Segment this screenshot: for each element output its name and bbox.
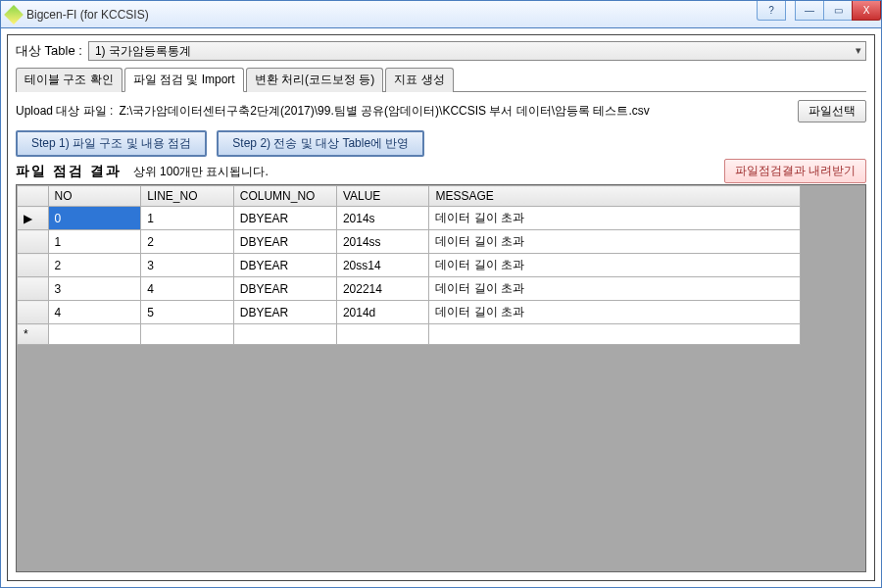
table-row[interactable]: 45DBYEAR2014d데이터 길이 초과	[18, 301, 801, 324]
cell-line[interactable]: 1	[141, 207, 234, 230]
download-button[interactable]: 파일점검결과 내려받기	[724, 159, 866, 183]
cell-col[interactable]: DBYEAR	[233, 277, 336, 301]
window-controls: ? — ▭ X	[758, 1, 881, 21]
cell-empty[interactable]	[48, 324, 141, 345]
tab-bar: 테이블 구조 확인 파일 점검 및 Import 변환 처리(코드보정 등) 지…	[16, 67, 866, 92]
cell-val[interactable]: 2014s	[336, 207, 429, 230]
table-row-new[interactable]: *	[18, 324, 801, 345]
content-area: 대상 Table : 1) 국가암등록통계 테이블 구조 확인 파일 점검 및 …	[7, 34, 875, 581]
cell-no[interactable]: 1	[48, 230, 141, 254]
col-column[interactable]: COLUMN_NO	[233, 186, 336, 207]
cell-val[interactable]: 2014d	[336, 301, 429, 324]
target-table-value: 1) 국가암등록통계	[95, 43, 191, 60]
cell-msg[interactable]: 데이터 길이 초과	[429, 254, 801, 277]
tab-transform[interactable]: 변환 처리(코드보정 등)	[246, 68, 384, 92]
row-header	[18, 277, 49, 301]
row-header	[18, 254, 49, 277]
row-header: ▶	[18, 207, 49, 230]
tab-import[interactable]: 파일 점검 및 Import	[124, 68, 244, 92]
cell-col[interactable]: DBYEAR	[233, 301, 336, 324]
result-grid[interactable]: NO LINE_NO COLUMN_NO VALUE MESSAGE ▶01DB…	[16, 184, 866, 572]
step1-button[interactable]: Step 1) 파일 구조 및 내용 점검	[16, 130, 207, 157]
target-table-row: 대상 Table : 1) 국가암등록통계	[8, 35, 874, 65]
grid-table: NO LINE_NO COLUMN_NO VALUE MESSAGE ▶01DB…	[17, 185, 801, 345]
upload-path: Z:\국가암데이터센터구축2단계(2017)\99.팀별 공유(암데이터)\KC…	[119, 103, 792, 120]
cell-msg[interactable]: 데이터 길이 초과	[429, 230, 801, 254]
cell-empty[interactable]	[336, 324, 429, 345]
col-line[interactable]: LINE_NO	[141, 186, 234, 207]
table-row[interactable]: 23DBYEAR20ss14데이터 길이 초과	[18, 254, 801, 277]
cell-msg[interactable]: 데이터 길이 초과	[429, 207, 801, 230]
result-header: 파일 점검 결과 상위 100개만 표시됩니다. 파일점검결과 내려받기	[8, 163, 874, 184]
cell-line[interactable]: 2	[141, 230, 234, 254]
cell-col[interactable]: DBYEAR	[233, 230, 336, 254]
target-table-label: 대상 Table :	[16, 42, 82, 60]
cell-val[interactable]: 20ss14	[336, 254, 429, 277]
table-row[interactable]: 12DBYEAR2014ss데이터 길이 초과	[18, 230, 801, 254]
cell-line[interactable]: 5	[141, 301, 234, 324]
browse-button[interactable]: 파일선택	[798, 100, 866, 122]
row-header	[18, 230, 49, 254]
upload-row: Upload 대상 파일 : Z:\국가암데이터센터구축2단계(2017)\99…	[8, 92, 874, 126]
step2-button[interactable]: Step 2) 전송 및 대상 Table에 반영	[217, 130, 424, 157]
cell-empty[interactable]	[233, 324, 336, 345]
row-header: *	[18, 324, 49, 345]
cell-col[interactable]: DBYEAR	[233, 207, 336, 230]
cell-empty[interactable]	[429, 324, 801, 345]
titlebar: Bigcen-FI (for KCCSIS) ? — ▭ X	[1, 1, 881, 28]
tab-indicator[interactable]: 지표 생성	[385, 68, 453, 92]
result-sub: 상위 100개만 표시됩니다.	[133, 164, 269, 180]
row-header	[18, 301, 49, 324]
col-message[interactable]: MESSAGE	[429, 186, 801, 207]
upload-label: Upload 대상 파일 :	[16, 103, 113, 120]
help-button[interactable]: ?	[757, 1, 786, 21]
step-row: Step 1) 파일 구조 및 내용 점검 Step 2) 전송 및 대상 Ta…	[8, 126, 874, 163]
table-row[interactable]: ▶01DBYEAR2014s데이터 길이 초과	[18, 207, 801, 230]
cell-col[interactable]: DBYEAR	[233, 254, 336, 277]
cell-val[interactable]: 202214	[336, 277, 429, 301]
window-title: Bigcen-FI (for KCCSIS)	[26, 8, 149, 22]
grid-header-row: NO LINE_NO COLUMN_NO VALUE MESSAGE	[18, 186, 801, 207]
result-title: 파일 점검 결과	[16, 163, 122, 180]
cell-no[interactable]: 3	[48, 277, 141, 301]
cell-msg[interactable]: 데이터 길이 초과	[429, 277, 801, 301]
cell-val[interactable]: 2014ss	[336, 230, 429, 254]
target-table-select[interactable]: 1) 국가암등록통계	[88, 41, 866, 61]
col-no[interactable]: NO	[48, 186, 141, 207]
cell-line[interactable]: 4	[141, 277, 234, 301]
close-button[interactable]: X	[852, 1, 881, 21]
app-icon	[4, 5, 24, 24]
cell-no[interactable]: 0	[48, 207, 141, 230]
cell-line[interactable]: 3	[141, 254, 234, 277]
cell-msg[interactable]: 데이터 길이 초과	[429, 301, 801, 324]
cell-empty[interactable]	[141, 324, 234, 345]
app-window: Bigcen-FI (for KCCSIS) ? — ▭ X 대상 Table …	[0, 0, 882, 588]
cell-no[interactable]: 4	[48, 301, 141, 324]
col-value[interactable]: VALUE	[336, 186, 429, 207]
cell-no[interactable]: 2	[48, 254, 141, 277]
maximize-button[interactable]: ▭	[823, 1, 853, 21]
tab-structure[interactable]: 테이블 구조 확인	[16, 68, 122, 92]
table-row[interactable]: 34DBYEAR202214데이터 길이 초과	[18, 277, 801, 301]
minimize-button[interactable]: —	[795, 1, 824, 21]
grid-corner	[18, 186, 49, 207]
